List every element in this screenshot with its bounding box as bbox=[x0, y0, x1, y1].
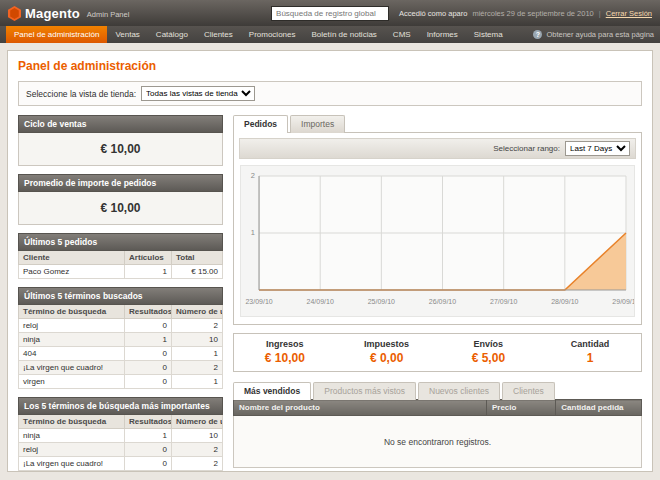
range-bar: Seleccionar rango: Last 7 Days bbox=[239, 138, 636, 159]
dashboard-left-column: Ciclo de ventas € 10,00 Promedio de impo… bbox=[18, 115, 223, 472]
tab-importes[interactable]: Importes bbox=[290, 115, 345, 133]
col-cliente: Cliente bbox=[19, 251, 125, 265]
empty-row: No se encontraron registros. bbox=[234, 416, 642, 468]
cell-uses: 10 bbox=[171, 333, 222, 347]
last-orders-table: Cliente Artículos Total Paco Gomez 1 € 1… bbox=[18, 251, 223, 279]
table-row[interactable]: reloj 0 2 bbox=[19, 443, 223, 457]
cell-results: 0 bbox=[125, 471, 172, 473]
nav-item-promociones[interactable]: Promociones bbox=[241, 26, 304, 43]
dashboard-right-column: Pedidos Importes Seleccionar rango: Last… bbox=[233, 115, 642, 472]
nav-item-sistema[interactable]: Sistema bbox=[466, 26, 511, 43]
main-nav: Panel de administración Ventas Catálogo … bbox=[0, 26, 660, 43]
last-search-terms-box: Últimos 5 términos buscados Término de b… bbox=[18, 287, 223, 389]
top-search-terms-table: Término de búsqueda Resultados Número de… bbox=[18, 415, 223, 472]
tab-clientes[interactable]: Clientes bbox=[502, 382, 555, 400]
nav-item-informes[interactable]: Informes bbox=[419, 26, 466, 43]
cell-results: 0 bbox=[125, 361, 172, 375]
table-row[interactable]: ninja 1 10 bbox=[19, 333, 223, 347]
range-label: Seleccionar rango: bbox=[493, 144, 560, 153]
svg-text:26/09/10: 26/09/10 bbox=[429, 298, 456, 305]
col-qty-ordered: Cantidad pedida bbox=[556, 400, 642, 416]
cell-articulos: 1 bbox=[125, 265, 172, 279]
table-row[interactable]: Paco Gomez 1 € 15.00 bbox=[19, 265, 223, 279]
col-uses: Número de usos bbox=[171, 415, 222, 429]
svg-text:27/09/10: 27/09/10 bbox=[490, 298, 517, 305]
avg-order-value: € 10,00 bbox=[18, 192, 223, 225]
table-row[interactable]: virgen 0 1 bbox=[19, 375, 223, 389]
cell-uses: 1 bbox=[171, 471, 222, 473]
content-area: Panel de administración Seleccione la vi… bbox=[7, 50, 653, 472]
svg-text:1: 1 bbox=[251, 229, 255, 238]
help-link[interactable]: ? Obtener ayuda para esta página bbox=[533, 26, 654, 43]
table-row[interactable]: ¡La virgen que cuadro! 0 2 bbox=[19, 457, 223, 471]
sales-cycle-box: Ciclo de ventas € 10,00 bbox=[18, 115, 223, 166]
last-orders-box: Últimos 5 pedidos Cliente Artículos Tota… bbox=[18, 233, 223, 279]
tab-mas-vendidos[interactable]: Más vendidos bbox=[233, 382, 311, 400]
cell-term: ¡La virgen que cuadro! bbox=[19, 361, 125, 375]
nav-item-boletin[interactable]: Boletín de noticias bbox=[303, 26, 384, 43]
cell-results: 0 bbox=[125, 457, 172, 471]
stat-value: € 0,00 bbox=[336, 351, 438, 365]
cell-term: ninja bbox=[19, 429, 125, 443]
stat-envios: Envíos € 5,00 bbox=[438, 339, 540, 365]
session-info: Accedió como aparo miércoles 29 de septi… bbox=[399, 9, 652, 18]
svg-text:23/09/10: 23/09/10 bbox=[245, 298, 272, 305]
logout-link[interactable]: Cerrar Sesión bbox=[606, 9, 652, 18]
last-search-terms-table: Término de búsqueda Resultados Número de… bbox=[18, 305, 223, 389]
range-select[interactable]: Last 7 Days bbox=[565, 141, 630, 156]
col-total: Total bbox=[171, 251, 222, 265]
table-row[interactable]: 404 0 1 bbox=[19, 347, 223, 361]
stat-label: Impuestos bbox=[336, 339, 438, 349]
cell-uses: 2 bbox=[171, 443, 222, 457]
top-bar: Magento Admin Panel Accedió como aparo m… bbox=[0, 0, 660, 26]
orders-chart: 1223/09/1024/09/1025/09/1026/09/1027/09/… bbox=[240, 165, 635, 317]
tab-pedidos[interactable]: Pedidos bbox=[233, 115, 288, 133]
table-row[interactable]: 404 0 1 bbox=[19, 471, 223, 473]
nav-item-catalogo[interactable]: Catálogo bbox=[148, 26, 196, 43]
col-term: Término de búsqueda bbox=[19, 415, 125, 429]
top-search-terms-box: Los 5 términos de búsqueda más important… bbox=[18, 397, 223, 472]
col-price: Precio bbox=[486, 400, 555, 416]
cell-term: virgen bbox=[19, 375, 125, 389]
cell-term: 404 bbox=[19, 347, 125, 361]
cell-term: 404 bbox=[19, 471, 125, 473]
nav-item-cms[interactable]: CMS bbox=[385, 26, 419, 43]
cell-results: 0 bbox=[125, 443, 172, 457]
cell-total: € 15.00 bbox=[171, 265, 222, 279]
nav-item-dashboard[interactable]: Panel de administración bbox=[6, 26, 107, 43]
cell-results: 1 bbox=[125, 333, 172, 347]
logo-subtitle: Admin Panel bbox=[87, 10, 130, 19]
store-view-label: Seleccione la vista de tienda: bbox=[26, 89, 136, 99]
chart-tabs: Pedidos Importes bbox=[233, 115, 642, 133]
store-view-select[interactable]: Todas las vistas de tienda bbox=[141, 86, 255, 101]
cell-results: 0 bbox=[125, 375, 172, 389]
global-search-input[interactable] bbox=[271, 6, 389, 21]
last-search-title: Últimos 5 términos buscados bbox=[18, 287, 223, 305]
top-search-title: Los 5 términos de búsqueda más important… bbox=[18, 397, 223, 415]
help-icon: ? bbox=[533, 30, 542, 39]
stat-label: Ingresos bbox=[234, 339, 336, 349]
cell-uses: 1 bbox=[171, 347, 222, 361]
nav-item-clientes[interactable]: Clientes bbox=[196, 26, 241, 43]
cell-cliente: Paco Gomez bbox=[19, 265, 125, 279]
cell-term: reloj bbox=[19, 443, 125, 457]
sales-cycle-title: Ciclo de ventas bbox=[18, 115, 223, 133]
sales-cycle-value: € 10,00 bbox=[18, 133, 223, 166]
nav-item-ventas[interactable]: Ventas bbox=[107, 26, 147, 43]
tab-productos-mas-vistos[interactable]: Productos más vistos bbox=[313, 382, 416, 400]
tab-nuevos-clientes[interactable]: Nuevos clientes bbox=[418, 382, 500, 400]
stat-ingresos: Ingresos € 10,00 bbox=[234, 339, 336, 365]
table-row[interactable]: reloj 0 2 bbox=[19, 319, 223, 333]
cell-uses: 1 bbox=[171, 375, 222, 389]
stat-label: Envíos bbox=[438, 339, 540, 349]
chart-panel: Seleccionar rango: Last 7 Days 1223/09/1… bbox=[233, 132, 642, 325]
svg-text:2: 2 bbox=[251, 172, 255, 181]
magento-logo: Magento Admin Panel bbox=[8, 6, 129, 21]
stat-value: € 5,00 bbox=[438, 351, 540, 365]
magento-logo-icon bbox=[8, 6, 21, 21]
store-view-switcher: Seleccione la vista de tienda: Todas las… bbox=[18, 81, 642, 106]
cell-results: 0 bbox=[125, 347, 172, 361]
table-row[interactable]: ninja 1 10 bbox=[19, 429, 223, 443]
cell-uses: 2 bbox=[171, 319, 222, 333]
table-row[interactable]: ¡La virgen que cuadro! 0 2 bbox=[19, 361, 223, 375]
